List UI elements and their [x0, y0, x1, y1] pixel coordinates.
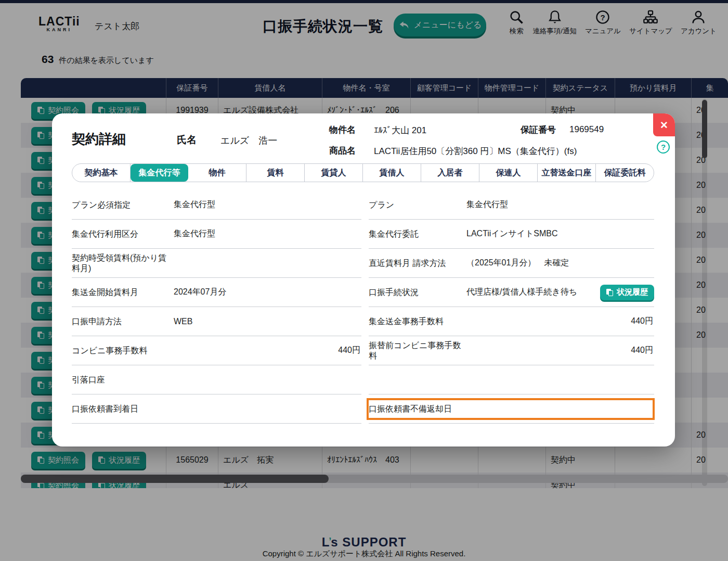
modal-title: 契約詳細: [72, 130, 126, 148]
name-value: エルズ 浩一: [220, 134, 277, 147]
field-value: 2024年07月分: [174, 287, 226, 298]
status-history-button[interactable]: 状況履歴: [600, 285, 654, 300]
field-row: 集金送金事務手数料440円: [369, 307, 654, 336]
field-row: 口振依頼書不備返却日: [369, 394, 654, 424]
tab-4[interactable]: 賃料: [246, 164, 305, 182]
field-value: WEB: [174, 317, 192, 326]
page: LACTii KANRI テスト太郎 口振手続状況一覧 メニューにもどる 検索連…: [0, 0, 728, 561]
field-value: 集金代行型: [174, 228, 215, 239]
property-value: ｴﾙｽﾞ大山 201: [374, 124, 426, 136]
field-row: 直近賃料月 請求方法（2025年01月分） 未確定: [369, 249, 654, 278]
field-label: 契約時受領賃料(預かり賃料月): [72, 253, 174, 274]
field-row: 口振申請方法WEB: [72, 307, 361, 336]
field-label: 口振依頼書到着日: [72, 404, 174, 414]
field-row: 振替前コンビニ事務手数料440円: [369, 336, 654, 365]
field-label: 口振手続状況: [369, 287, 466, 298]
tab-7[interactable]: 入居者: [421, 164, 479, 182]
fields-column-left: プラン必須指定集金代行型集金代行利用区分集金代行型契約時受領賃料(預かり賃料月)…: [72, 190, 361, 424]
guarantee-number-label: 保証番号: [521, 124, 556, 136]
field-label: 口振申請方法: [72, 316, 174, 327]
field-row: 契約時受領賃料(預かり賃料月): [72, 249, 361, 278]
tab-3[interactable]: 物件: [188, 164, 246, 182]
field-label: 集金代行利用区分: [72, 229, 174, 239]
contract-detail-modal: ✕ ? 契約詳細 氏名 エルズ 浩一 物件名 ｴﾙｽﾞ大山 201 保証番号 1…: [52, 113, 675, 447]
fields-column-right: プラン集金代行型集金代行委託LACTiiインサイトSMBC直近賃料月 請求方法（…: [369, 190, 654, 424]
field-label: プラン必須指定: [72, 200, 174, 210]
field-label: 集金送金事務手数料: [369, 316, 466, 327]
product-label: 商品名: [329, 145, 356, 157]
help-icon[interactable]: ?: [657, 141, 670, 154]
tab-6[interactable]: 賃借人: [363, 164, 421, 182]
field-row: 集金代行利用区分集金代行型: [72, 220, 361, 249]
field-label: 直近賃料月 請求方法: [369, 258, 466, 269]
tab-5[interactable]: 賃貸人: [305, 164, 363, 182]
field-label: 口振依頼書不備返却日: [369, 404, 466, 414]
field-label: 振替前コンビニ事務手数料: [369, 340, 466, 361]
field-row: プラン必須指定集金代行型: [72, 190, 361, 220]
field-row: 集送金開始賃料月2024年07月分: [72, 278, 361, 307]
tab-2[interactable]: 集金代行等: [131, 164, 188, 182]
field-row: 口振手続状況代理店様/賃借人様手続き待ち状況履歴: [369, 278, 654, 307]
field-row: 引落口座: [72, 365, 361, 394]
field-label: 集金代行委託: [369, 229, 466, 239]
field-value: 代理店様/賃借人様手続き待ち: [466, 287, 577, 298]
tab-8[interactable]: 保連人: [479, 164, 538, 182]
field-value: 440円: [338, 345, 361, 356]
tab-9[interactable]: 立替送金口座: [538, 164, 596, 182]
field-row: 口振依頼書到着日: [72, 394, 361, 424]
name-label: 氏名: [177, 133, 197, 147]
guarantee-number-value: 1969549: [569, 124, 604, 135]
field-label: 引落口座: [72, 375, 174, 385]
close-icon[interactable]: ✕: [653, 113, 675, 136]
field-row: [369, 365, 654, 394]
field-value: 440円: [631, 316, 654, 327]
field-row: 集金代行委託LACTiiインサイトSMBC: [369, 220, 654, 249]
tab-1[interactable]: 契約基本: [72, 164, 131, 182]
field-value: 440円: [631, 345, 654, 356]
field-label: プラン: [369, 200, 466, 210]
field-value: 集金代行型: [174, 199, 215, 210]
modal-tabs: 契約基本集金代行等物件賃料賃貸人賃借人入居者保連人立替送金口座保証委託料: [72, 163, 654, 182]
field-value: 集金代行型: [466, 199, 508, 210]
field-label: コンビニ事務手数料: [72, 346, 174, 356]
copy-icon: [606, 289, 614, 296]
modal-fields: プラン必須指定集金代行型集金代行利用区分集金代行型契約時受領賃料(預かり賃料月)…: [72, 190, 654, 424]
product-value: LACTii居住用50〔分割360 円〕MS（集金代行）(fs): [374, 145, 577, 157]
field-label: 集送金開始賃料月: [72, 287, 174, 298]
property-label: 物件名: [329, 124, 356, 136]
field-row: コンビニ事務手数料440円: [72, 336, 361, 365]
field-value: LACTiiインサイトSMBC: [466, 228, 558, 239]
field-value: （2025年01月分） 未確定: [466, 258, 569, 269]
field-row: プラン集金代行型: [369, 190, 654, 220]
tab-10[interactable]: 保証委託料: [596, 164, 654, 182]
